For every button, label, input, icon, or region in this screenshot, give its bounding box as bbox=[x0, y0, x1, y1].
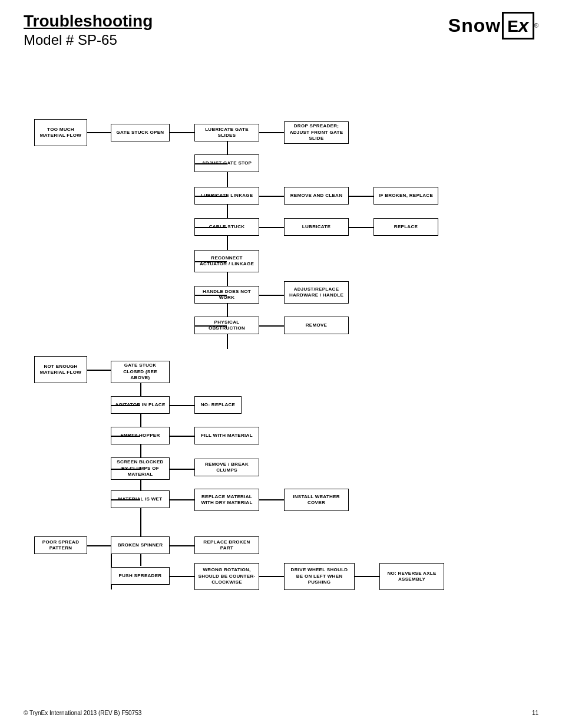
line-screen-rem bbox=[170, 469, 194, 470]
box-push-spreader: PUSH SPREADER bbox=[111, 567, 170, 585]
box-drop-spreader: DROP SPREADER; ADJUST FRONT GATE SLIDE bbox=[284, 121, 349, 144]
page-footer: © TrynEx International 2013 (REV B) F507… bbox=[24, 710, 538, 716]
line-ne-to-screen bbox=[111, 469, 140, 470]
box-adjust-replace-hw: ADJUST/REPLACE HARDWARE / HANDLE bbox=[284, 281, 349, 304]
line-spine-to-reconnect bbox=[194, 261, 227, 262]
box-fill-material: FILL WITH MATERIAL bbox=[194, 427, 259, 444]
line-ne-to-wet bbox=[111, 499, 140, 500]
line-lub-rep bbox=[349, 227, 373, 228]
box-gate-stuck-closed: GATE STUCK CLOSED (SEE ABOVE) bbox=[111, 361, 170, 383]
page-header: Troubleshooting Model # SP-65 Snow Ex ® bbox=[24, 12, 538, 48]
box-wrong-rotation: WRONG ROTATION, SHOULD BE COUNTER-CLOCKW… bbox=[194, 563, 259, 590]
box-remove: REMOVE bbox=[284, 317, 349, 334]
line-handle-adj bbox=[259, 295, 284, 296]
line-spine-to-handle bbox=[194, 295, 227, 296]
logo: Snow Ex ® bbox=[448, 12, 538, 39]
box-if-broken: IF BROKEN, REPLACE bbox=[373, 187, 438, 205]
line-spine-to-phys bbox=[194, 325, 227, 327]
line-cable-lub bbox=[259, 227, 284, 228]
line-poor-broken bbox=[87, 545, 111, 546]
box-remove-break: REMOVE / BREAK CLUMPS bbox=[194, 459, 259, 476]
box-replace: REPLACE bbox=[373, 218, 438, 236]
line-ne-to-agit bbox=[111, 405, 140, 406]
box-replace-dry: REPLACE MATERIAL WITH DRY MATERIAL bbox=[194, 489, 259, 511]
box-drive-wheel: DRIVE WHEEL SHOULD BE ON LEFT WHEN PUSHI… bbox=[284, 563, 355, 590]
line-rem-broken bbox=[349, 196, 373, 197]
box-no-reverse: NO: REVERSE AXLE ASSEMBLY bbox=[379, 563, 444, 590]
box-remove-clean: REMOVE AND CLEAN bbox=[284, 187, 349, 205]
title-block: Troubleshooting Model # SP-65 bbox=[24, 12, 153, 48]
line-dry-weather bbox=[259, 499, 284, 500]
line-wrong-drive bbox=[259, 576, 284, 577]
line-push-wrong bbox=[170, 576, 194, 577]
line-lub-rem bbox=[259, 196, 284, 197]
copyright: © TrynEx International 2013 (REV B) F507… bbox=[24, 710, 141, 716]
logo-box: Ex bbox=[502, 12, 534, 39]
box-install-weather: INSTALL WEATHER COVER bbox=[284, 489, 349, 511]
page-number: 11 bbox=[532, 710, 538, 716]
box-too-much: TOO MUCH MATERIAL FLOW bbox=[34, 119, 87, 146]
line-3 bbox=[259, 132, 284, 133]
line-phys-rem bbox=[259, 325, 284, 327]
box-replace-broken: REPLACE BROKEN PART bbox=[194, 536, 259, 554]
line-empty-fill bbox=[170, 436, 194, 437]
box-gate-stuck-open: GATE STUCK OPEN bbox=[111, 124, 170, 141]
line-wet-dry bbox=[170, 499, 194, 500]
line-1 bbox=[87, 132, 111, 133]
flowchart: TOO MUCH MATERIAL FLOW GATE STUCK OPEN L… bbox=[24, 60, 538, 591]
line-spine-to-adjustgate bbox=[194, 163, 227, 164]
line-spine-to-cable bbox=[194, 227, 227, 228]
logo-text: Snow bbox=[448, 15, 501, 37]
model-number: Model # SP-65 bbox=[24, 32, 153, 48]
page-title: Troubleshooting bbox=[24, 12, 153, 31]
logo-registered: ® bbox=[534, 22, 538, 29]
line-spine-to-lublink bbox=[194, 196, 227, 197]
line-drive-norev bbox=[355, 576, 379, 577]
line-agit-norep bbox=[170, 405, 194, 406]
box-lubricate: LUBRICATE bbox=[284, 218, 349, 236]
line-ne-to-empty bbox=[111, 436, 140, 437]
logo-ex: Ex bbox=[507, 15, 528, 37]
box-broken-spinner: BROKEN SPINNER bbox=[111, 536, 170, 554]
box-poor-spread: POOR SPREAD PATTERN bbox=[34, 536, 87, 554]
box-no-replace: NO: REPLACE bbox=[194, 396, 242, 414]
box-not-enough: NOT ENOUGH MATERIAL FLOW bbox=[34, 356, 87, 383]
line-broken-rep bbox=[170, 545, 194, 546]
line-notenough-gate bbox=[87, 370, 111, 371]
box-lubricate-gate: LUBRICATE GATE SLIDES bbox=[194, 124, 259, 141]
line-2 bbox=[170, 132, 194, 133]
